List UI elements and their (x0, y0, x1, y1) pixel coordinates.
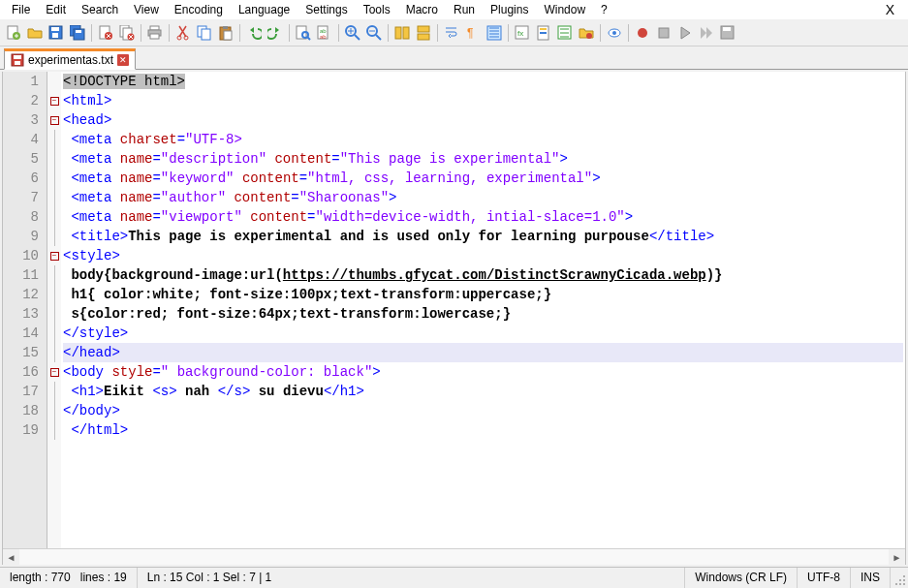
tab-close-button[interactable]: ✕ (117, 54, 129, 66)
menu-edit[interactable]: Edit (38, 1, 74, 18)
doc-map-icon[interactable] (534, 23, 553, 43)
fold-marker[interactable]: − (47, 362, 61, 382)
svg-text:ab: ab (320, 34, 327, 40)
resize-grip-icon (891, 568, 908, 588)
menu-help[interactable]: ? (593, 1, 615, 18)
play-macro-icon[interactable] (675, 23, 695, 43)
zoom-in-icon[interactable] (343, 23, 362, 43)
code-line[interactable]: <meta charset="UTF-8> (63, 130, 903, 149)
svg-rect-3 (51, 27, 59, 31)
code-line[interactable]: <meta name="description" content="This p… (63, 149, 903, 169)
code-line[interactable]: h1{ color:white; font-size:100px;text-tr… (63, 285, 903, 304)
fold-marker[interactable]: − (47, 91, 61, 110)
fold-marker (47, 207, 61, 227)
menu-file[interactable]: File (4, 1, 38, 18)
svg-rect-7 (76, 30, 81, 33)
code-line[interactable]: <style> (63, 246, 903, 265)
lang-icon[interactable]: fx (513, 23, 532, 43)
svg-text:¶: ¶ (467, 26, 473, 40)
save-macro-icon[interactable] (718, 23, 737, 43)
new-file-icon[interactable] (4, 23, 23, 43)
code-line[interactable]: <!DOCTYPE html> (63, 72, 903, 91)
code-line[interactable]: s{color:red; font-size:64px;text-transfo… (63, 304, 903, 324)
code-line[interactable]: </head> (63, 343, 903, 362)
toolbar-separator (388, 24, 389, 42)
wrap-icon[interactable] (442, 23, 461, 43)
code-line[interactable]: <title>This page is experimental and is … (63, 227, 903, 246)
func-list-icon[interactable] (555, 23, 575, 43)
fold-marker (47, 382, 61, 401)
menu-bar: FileEditSearchViewEncodingLanguageSettin… (0, 0, 908, 19)
record-macro-icon[interactable] (633, 23, 652, 43)
indent-guide-icon[interactable] (485, 23, 504, 43)
folder-icon[interactable] (577, 23, 596, 43)
sync-h-icon[interactable] (414, 23, 433, 43)
menu-settings[interactable]: Settings (297, 1, 355, 18)
find-icon[interactable] (294, 23, 313, 43)
print-icon[interactable] (145, 23, 165, 43)
svg-rect-22 (224, 31, 232, 40)
open-file-icon[interactable] (25, 23, 45, 43)
save-icon[interactable] (47, 23, 66, 43)
fold-marker[interactable]: − (47, 110, 61, 130)
menu-view[interactable]: View (126, 1, 167, 18)
code-line[interactable]: <html> (63, 91, 903, 110)
replace-icon[interactable]: abab (315, 23, 334, 43)
paste-icon[interactable] (216, 23, 235, 43)
code-line[interactable]: <meta name="viewport" content="width=dev… (63, 207, 903, 227)
menu-language[interactable]: Language (231, 1, 297, 18)
menu-search[interactable]: Search (74, 1, 126, 18)
window-close[interactable]: X (876, 2, 904, 17)
code-line[interactable]: body{background-image:url(https://thumbs… (63, 265, 903, 285)
scroll-right-button[interactable]: ► (889, 549, 905, 565)
stop-macro-icon[interactable] (654, 23, 673, 43)
close-icon-tb[interactable] (96, 23, 115, 43)
toolbar-separator (169, 24, 170, 42)
menu-plugins[interactable]: Plugins (483, 1, 536, 18)
all-chars-icon[interactable]: ¶ (463, 23, 483, 43)
fold-marker (47, 420, 61, 440)
code-line[interactable]: <body style=" background-color: black"> (63, 362, 903, 382)
line-number: 4 (3, 130, 39, 149)
copy-icon[interactable] (195, 23, 214, 43)
menu-macro[interactable]: Macro (398, 1, 446, 18)
zoom-out-icon[interactable] (364, 23, 384, 43)
code-line[interactable]: <meta name="keyword" content="html, css,… (63, 169, 903, 188)
menu-run[interactable]: Run (446, 1, 483, 18)
svg-rect-15 (150, 34, 159, 39)
svg-point-53 (899, 583, 901, 585)
fold-marker[interactable]: − (47, 246, 61, 265)
horizontal-scrollbar[interactable]: ◄ ► (3, 548, 905, 565)
toolbar-separator (289, 24, 290, 42)
menu-encoding[interactable]: Encoding (167, 1, 231, 18)
code-line[interactable]: <h1>Eikit <s> nah </s> su dievu</h1> (63, 382, 903, 401)
code-line[interactable]: <head> (63, 110, 903, 130)
undo-icon[interactable] (244, 23, 264, 43)
svg-rect-39 (540, 28, 547, 30)
code-line[interactable]: <meta name="author" content="Sharoonas"> (63, 188, 903, 207)
status-position: Ln : 15 Col : 1 Sel : 7 | 1 (138, 568, 686, 588)
svg-rect-21 (223, 26, 228, 29)
monitor-icon[interactable] (605, 23, 624, 43)
fold-marker (47, 188, 61, 207)
close-all-icon[interactable] (117, 23, 137, 43)
svg-text:fx: fx (517, 29, 523, 38)
play-multi-icon[interactable] (697, 23, 716, 43)
code-line[interactable]: </body> (63, 401, 903, 420)
scroll-left-button[interactable]: ◄ (3, 549, 19, 565)
code-line[interactable]: </html> (63, 420, 903, 440)
status-encoding: UTF-8 (798, 568, 851, 588)
line-number: 10 (3, 246, 39, 265)
menu-window[interactable]: Window (536, 1, 593, 18)
redo-icon[interactable] (266, 23, 285, 43)
file-tab[interactable]: experimentas.txt ✕ (4, 48, 136, 70)
cut-icon[interactable] (173, 23, 193, 43)
code-area[interactable]: <!DOCTYPE html><html><head> <meta charse… (61, 72, 905, 548)
svg-point-52 (903, 583, 905, 585)
save-all-icon[interactable] (68, 23, 87, 43)
scroll-track[interactable] (19, 549, 889, 565)
menu-tools[interactable]: Tools (356, 1, 398, 18)
svg-rect-51 (15, 61, 20, 65)
sync-v-icon[interactable] (392, 23, 412, 43)
code-line[interactable]: </style> (63, 324, 903, 343)
